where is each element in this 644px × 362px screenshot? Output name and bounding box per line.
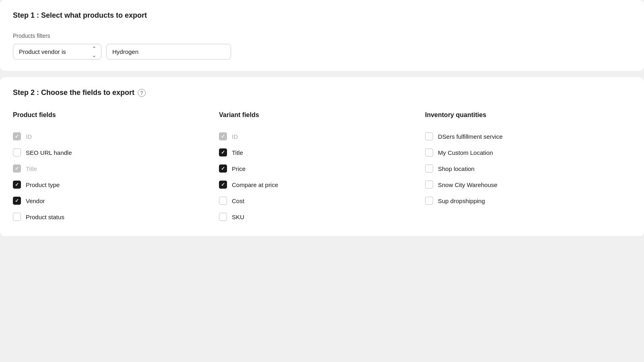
field-label-cost: Cost — [232, 197, 244, 204]
field-label-compare-at-price: Compare at price — [232, 181, 278, 188]
checkbox-product-status[interactable] — [13, 213, 21, 221]
step2-title-row: Step 2 : Choose the fields to export ? — [13, 88, 631, 97]
checkmark-icon: ✓ — [15, 166, 19, 171]
checkmark-icon: ✓ — [15, 198, 19, 203]
field-label-variant-title: Title — [232, 149, 243, 156]
help-icon[interactable]: ? — [138, 89, 146, 97]
step2-card: Step 2 : Choose the fields to export ? P… — [0, 77, 644, 236]
filter-select[interactable]: Product vendor is Product type is Produc… — [13, 44, 101, 60]
products-filters-label: Products filters — [13, 33, 631, 39]
field-label-price: Price — [232, 165, 246, 172]
inventory-quantities-title: Inventory quantities — [425, 111, 623, 119]
checkbox-variant-title[interactable]: ✓ — [219, 148, 227, 156]
list-item: Cost — [219, 193, 417, 209]
checkbox-product-type[interactable]: ✓ — [13, 181, 21, 189]
list-item: ✓ Price — [219, 160, 417, 177]
checkbox-variant-id[interactable]: ✓ — [219, 132, 227, 140]
field-label-snow-city-warehouse: Snow City Warehouse — [438, 181, 497, 188]
inventory-quantities-column: Inventory quantities DSers fulfillment s… — [425, 111, 631, 225]
field-label-seo-url-handle: SEO URL handle — [26, 149, 72, 156]
list-item: ✓ Compare at price — [219, 177, 417, 193]
filter-value-input[interactable] — [106, 44, 231, 60]
product-fields-title: Product fields — [13, 111, 211, 119]
list-item: SKU — [219, 209, 417, 225]
list-item: ✓ Title — [13, 160, 211, 177]
field-label-vendor: Vendor — [26, 197, 45, 204]
field-label-dsers: DSers fulfillment service — [438, 133, 503, 140]
checkmark-icon: ✓ — [221, 182, 225, 187]
list-item: Sup dropshipping — [425, 193, 623, 209]
field-label-variant-id: ID — [232, 133, 238, 140]
checkbox-product-id[interactable]: ✓ — [13, 132, 21, 140]
fields-grid: Product fields ✓ ID SEO URL handle ✓ Tit… — [13, 111, 631, 225]
checkmark-icon: ✓ — [221, 150, 225, 155]
checkbox-dsers[interactable] — [425, 132, 433, 140]
field-label-product-status: Product status — [26, 214, 64, 220]
product-fields-column: Product fields ✓ ID SEO URL handle ✓ Tit… — [13, 111, 219, 225]
list-item: My Custom Location — [425, 144, 623, 160]
filter-row: Product vendor is Product type is Produc… — [13, 44, 631, 60]
checkbox-shop-location[interactable] — [425, 165, 433, 173]
field-label-sup-dropshipping: Sup dropshipping — [438, 197, 485, 204]
list-item: Product status — [13, 209, 211, 225]
checkbox-my-custom-location[interactable] — [425, 148, 433, 156]
list-item: ✓ Product type — [13, 177, 211, 193]
checkmark-icon: ✓ — [221, 134, 225, 139]
step1-card: Step 1 : Select what products to export … — [0, 0, 644, 71]
checkbox-sku[interactable] — [219, 213, 227, 221]
variant-fields-column: Variant fields ✓ ID ✓ Title ✓ — [219, 111, 425, 225]
checkbox-compare-at-price[interactable]: ✓ — [219, 181, 227, 189]
checkbox-snow-city-warehouse[interactable] — [425, 181, 433, 189]
checkmark-icon: ✓ — [15, 182, 19, 187]
page-wrapper: Step 1 : Select what products to export … — [0, 0, 644, 236]
list-item: ✓ ID — [13, 128, 211, 144]
checkbox-price[interactable]: ✓ — [219, 165, 227, 173]
field-label-product-id: ID — [26, 133, 32, 140]
list-item: Snow City Warehouse — [425, 177, 623, 193]
checkbox-sup-dropshipping[interactable] — [425, 197, 433, 205]
list-item: DSers fulfillment service — [425, 128, 623, 144]
list-item: ✓ Title — [219, 144, 417, 160]
checkbox-vendor[interactable]: ✓ — [13, 197, 21, 205]
field-label-my-custom-location: My Custom Location — [438, 149, 493, 156]
checkbox-seo-url-handle[interactable] — [13, 148, 21, 156]
checkmark-icon: ✓ — [15, 134, 19, 139]
list-item: Shop location — [425, 160, 623, 177]
checkmark-icon: ✓ — [221, 166, 225, 171]
step2-title-text: Step 2 : Choose the fields to export — [13, 88, 134, 97]
list-item: ✓ Vendor — [13, 193, 211, 209]
list-item: ✓ ID — [219, 128, 417, 144]
field-label-shop-location: Shop location — [438, 165, 475, 172]
checkbox-cost[interactable] — [219, 197, 227, 205]
variant-fields-title: Variant fields — [219, 111, 417, 119]
checkbox-product-title[interactable]: ✓ — [13, 165, 21, 173]
list-item: SEO URL handle — [13, 144, 211, 160]
step1-title: Step 1 : Select what products to export — [13, 11, 631, 20]
field-label-product-type: Product type — [26, 181, 60, 188]
filter-select-wrapper: Product vendor is Product type is Produc… — [13, 44, 101, 60]
field-label-sku: SKU — [232, 214, 244, 220]
field-label-product-title: Title — [26, 165, 37, 172]
